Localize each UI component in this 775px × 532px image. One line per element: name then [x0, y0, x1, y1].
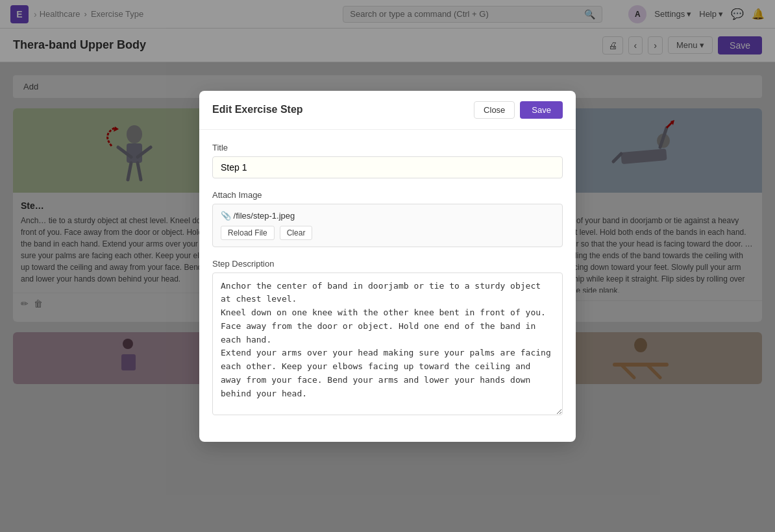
modal-save-button[interactable]: Save — [520, 101, 563, 119]
modal-close-button[interactable]: Close — [474, 101, 515, 119]
edit-exercise-step-modal: Edit Exercise Step Close Save Title Atta… — [199, 91, 576, 442]
attach-actions: Reload File Clear — [221, 226, 554, 240]
attach-image-label: Attach Image — [212, 190, 563, 200]
modal-title: Edit Exercise Step — [212, 104, 303, 115]
description-label: Step Description — [212, 259, 563, 269]
description-textarea[interactable]: Anchor the center of band in doorjamb or… — [212, 272, 563, 415]
title-form-group: Title — [212, 143, 563, 178]
title-label: Title — [212, 143, 563, 152]
modal-body: Title Attach Image 📎 /files/step-1.jpeg … — [199, 130, 576, 442]
reload-file-button[interactable]: Reload File — [221, 226, 275, 240]
modal-header-actions: Close Save — [474, 101, 563, 119]
attach-file-row: 📎 /files/step-1.jpeg — [221, 211, 554, 221]
title-input[interactable] — [212, 156, 563, 178]
attach-image-form-group: Attach Image 📎 /files/step-1.jpeg Reload… — [212, 190, 563, 247]
modal-overlay[interactable]: Edit Exercise Step Close Save Title Atta… — [0, 0, 775, 532]
clear-button[interactable]: Clear — [280, 226, 313, 240]
attach-box: 📎 /files/step-1.jpeg Reload File Clear — [212, 204, 563, 247]
modal-header: Edit Exercise Step Close Save — [199, 91, 576, 130]
attach-file-name: 📎 /files/step-1.jpeg — [221, 211, 295, 221]
description-form-group: Step Description Anchor the center of ba… — [212, 259, 563, 417]
